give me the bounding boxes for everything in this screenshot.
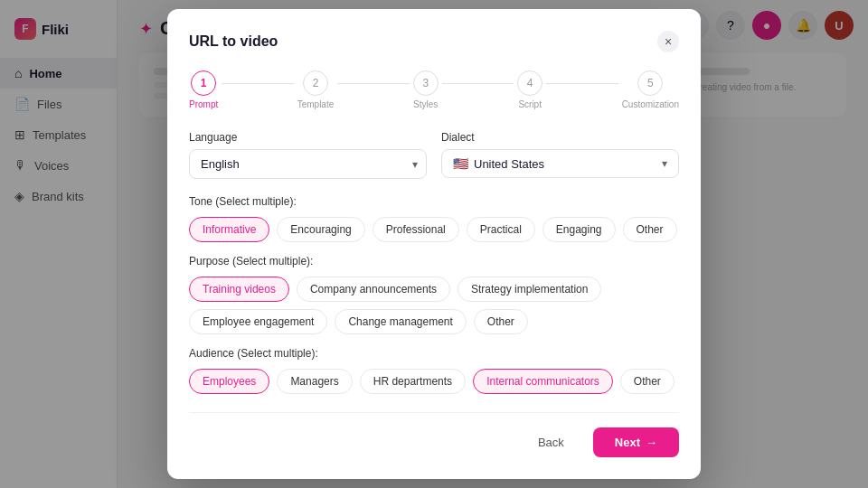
step-1-label: Prompt xyxy=(189,99,218,109)
tone-chips: Informative Encouraging Professional Pra… xyxy=(189,217,679,242)
step-connector-3 xyxy=(442,83,514,84)
next-button[interactable]: Next → xyxy=(593,427,679,457)
step-connector-4 xyxy=(546,83,618,84)
tone-label: Tone (Select multiple): xyxy=(189,195,679,208)
language-select[interactable]: English xyxy=(189,149,427,179)
dialect-select-wrapper[interactable]: 🇺🇸 United States ▾ xyxy=(441,149,679,178)
step-5: 5 Customization xyxy=(622,70,679,109)
purpose-chips: Training videos Company announcements St… xyxy=(189,277,679,334)
modal-footer: Back Next → xyxy=(189,412,679,457)
purpose-label: Purpose (Select multiple): xyxy=(189,255,679,267)
close-button[interactable]: × xyxy=(657,31,679,52)
step-connector-2 xyxy=(337,83,409,84)
next-label: Next xyxy=(615,436,640,449)
audience-section: Audience (Select multiple): Employees Ma… xyxy=(189,347,679,394)
chip-purpose-other[interactable]: Other xyxy=(474,309,528,334)
chip-employee-engagement[interactable]: Employee engagement xyxy=(189,309,327,334)
modal: URL to video × 1 Prompt 2 Template 3 xyxy=(167,9,701,479)
chip-employees[interactable]: Employees xyxy=(189,369,269,394)
chip-informative[interactable]: Informative xyxy=(189,217,269,242)
flag-icon: 🇺🇸 xyxy=(453,156,468,171)
chip-internal-communicators[interactable]: Internal communicators xyxy=(473,369,613,394)
chip-tone-other[interactable]: Other xyxy=(623,217,677,242)
step-4-label: Script xyxy=(518,99,542,109)
language-group: Language English xyxy=(189,131,427,179)
language-select-wrapper: English xyxy=(189,149,427,179)
language-label: Language xyxy=(189,131,427,144)
stepper: 1 Prompt 2 Template 3 Styles xyxy=(189,70,679,109)
audience-label: Audience (Select multiple): xyxy=(189,347,679,360)
tone-section: Tone (Select multiple): Informative Enco… xyxy=(189,195,679,242)
step-3: 3 Styles xyxy=(413,70,439,109)
chip-managers[interactable]: Managers xyxy=(277,369,352,394)
chip-strategy-implementation[interactable]: Strategy implementation xyxy=(458,277,601,302)
dialect-label: Dialect xyxy=(441,131,679,144)
step-1-circle: 1 xyxy=(191,70,216,96)
chip-audience-other[interactable]: Other xyxy=(620,369,675,394)
modal-header: URL to video × xyxy=(189,31,679,52)
chip-change-management[interactable]: Change management xyxy=(335,309,466,334)
step-2-label: Template xyxy=(297,99,335,109)
chip-practical[interactable]: Practical xyxy=(467,217,535,242)
step-3-circle: 3 xyxy=(413,70,439,96)
step-2: 2 Template xyxy=(297,70,335,109)
language-dialect-row: Language English Dialect 🇺🇸 United State… xyxy=(189,131,679,179)
dialect-group: Dialect 🇺🇸 United States ▾ xyxy=(441,131,679,179)
purpose-section: Purpose (Select multiple): Training vide… xyxy=(189,255,679,334)
modal-overlay: URL to video × 1 Prompt 2 Template 3 xyxy=(0,0,868,488)
chip-company-announcements[interactable]: Company announcements xyxy=(297,277,450,302)
chip-hr-departments[interactable]: HR departments xyxy=(360,369,466,394)
step-connector-1 xyxy=(222,83,293,84)
chevron-down-icon: ▾ xyxy=(662,157,667,170)
step-5-circle: 5 xyxy=(637,70,663,96)
step-4: 4 Script xyxy=(517,70,542,109)
chip-professional[interactable]: Professional xyxy=(373,217,459,242)
step-3-label: Styles xyxy=(413,99,438,109)
step-5-label: Customization xyxy=(622,99,679,109)
step-4-circle: 4 xyxy=(517,70,542,96)
next-arrow-icon: → xyxy=(646,436,657,449)
modal-title: URL to video xyxy=(189,33,278,50)
chip-engaging[interactable]: Engaging xyxy=(542,217,616,242)
audience-chips: Employees Managers HR departments Intern… xyxy=(189,369,679,394)
back-button[interactable]: Back xyxy=(520,427,582,457)
step-1: 1 Prompt xyxy=(189,70,218,109)
dialect-value: United States xyxy=(474,157,662,171)
chip-training-videos[interactable]: Training videos xyxy=(189,277,289,302)
chip-encouraging[interactable]: Encouraging xyxy=(277,217,364,242)
step-2-circle: 2 xyxy=(303,70,328,96)
